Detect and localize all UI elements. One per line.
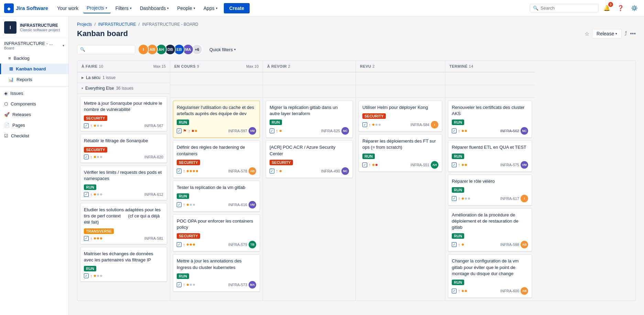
sidebar-item-kanban-board[interactable]: ⊞ Kanban board	[0, 64, 68, 74]
release-button[interactable]: Release ▾	[592, 29, 622, 38]
label-security: SECURITY	[362, 113, 386, 119]
label-security: SECURITY	[84, 147, 107, 153]
card-checkbox: ✓	[452, 196, 457, 201]
card-infra-612[interactable]: Vérifier les limits / requests des pods …	[80, 166, 167, 200]
col-header-todo: À FAIRE 10 Max 15	[77, 61, 170, 72]
card-avatar-i: I	[521, 195, 528, 202]
breadcrumb-infrastructure[interactable]: INFRASTRUCTURE	[98, 22, 136, 27]
pages-icon: 📄	[4, 123, 10, 128]
card-checkbox: ✓	[177, 242, 182, 247]
board-search-input[interactable]	[87, 47, 132, 52]
card-infra-597[interactable]: Régulariser l'utilisation du cache et de…	[173, 101, 260, 138]
notifications-button[interactable]: 🔔 3	[601, 3, 612, 14]
card-avatar-vm: VM	[521, 161, 528, 169]
card-checkbox: ✓	[362, 122, 367, 127]
nav-people[interactable]: People ▾	[174, 3, 199, 13]
group-la-secu[interactable]: ▶ La sécu 1 issue	[77, 72, 170, 83]
card-infra-578[interactable]: Définir des règles de hardening de conta…	[173, 140, 260, 178]
sidebar-project[interactable]: I INFRASTRUCTURE Classic software projec…	[0, 16, 68, 38]
priority-icon: ↑	[458, 288, 460, 293]
issues-icon: ◈	[4, 91, 8, 96]
label-run: RUN	[84, 184, 96, 190]
priority-icon: ↑	[90, 123, 92, 128]
card-title: Réparer les déploiements des FT sur ops …	[362, 138, 438, 150]
sidebar-item-releases[interactable]: 🚀 Releases	[0, 109, 68, 120]
label-transverse: TRANSVERSE	[84, 228, 114, 234]
card-infra-584[interactable]: Utiliser Helm pour déployer Kong SECURIT…	[359, 101, 442, 132]
sidebar-board-sub: Board	[4, 46, 53, 50]
avatar-i[interactable]: I	[138, 44, 149, 55]
nav-projects[interactable]: Projects ▾	[83, 3, 111, 13]
card-id: INFRA-625	[321, 129, 340, 133]
search-box[interactable]: 🔍	[530, 4, 599, 12]
help-button[interactable]: ❓	[615, 3, 626, 14]
sidebar-item-issues[interactable]: ◈ Issues	[0, 88, 68, 99]
nav-filters[interactable]: Filters ▾	[112, 3, 135, 13]
card-checkbox: ✓	[84, 192, 89, 197]
jira-logo[interactable]: Jira Software	[4, 3, 48, 13]
card-checkbox: ✓	[270, 128, 274, 133]
create-button[interactable]: Create	[224, 3, 250, 13]
sidebar-item-backlog[interactable]: ≡ Backlog	[0, 53, 68, 64]
card-title: Changer la configuration de la vm gitlab…	[452, 258, 528, 277]
col-todo-max: Max 15	[153, 64, 166, 68]
help-icon: ❓	[617, 5, 624, 11]
card-infra-617[interactable]: Réparer le rôle véléro RUN ✓ ↑	[448, 175, 532, 205]
card-infra-575[interactable]: Réparer fluentd ETL en QUA et TEST RUN ✓…	[448, 140, 532, 171]
card-title: Réparer le rôle véléro	[452, 178, 528, 184]
settings-button[interactable]: ⚙️	[629, 3, 640, 14]
priority-icon: ↑	[90, 155, 92, 160]
breadcrumb-projects[interactable]: Projects	[77, 22, 92, 27]
priority-icon: ↑	[183, 168, 185, 173]
card-infra-490[interactable]: [ACR] POC ACR / Azure Security Center SE…	[266, 140, 353, 178]
card-infra-551[interactable]: Réparer les déploiements des FT sur ops …	[359, 134, 442, 171]
card-avatar-vm: VM	[249, 127, 256, 135]
star-button[interactable]: ☆	[585, 31, 589, 37]
priority-icon: ↑	[458, 196, 460, 201]
card-checkbox: ✓	[452, 162, 457, 167]
card-title: Rétablir le filtrage de Sonarqube	[84, 138, 163, 144]
sidebar-item-pages[interactable]: 📄 Pages	[0, 120, 68, 131]
column-review: À REVOIR 2 Migrer la replication gitlab …	[263, 61, 356, 301]
nav-dashboards[interactable]: Dashboards ▾	[137, 3, 173, 13]
card-id: INFRA-584	[411, 123, 429, 127]
people-chevron-icon: ▾	[194, 7, 195, 10]
card-todo-5[interactable]: Maitriser les échanges de données avec l…	[80, 247, 167, 282]
search-input[interactable]	[541, 5, 592, 11]
share-button[interactable]: ⤴	[624, 31, 627, 37]
gear-icon: ⚙️	[631, 5, 638, 11]
notif-badge: 3	[608, 2, 613, 7]
card-id: INFRA-579	[228, 243, 247, 247]
card-infra-579[interactable]: POC OPA pour enforcer les containers pol…	[173, 214, 260, 251]
inprogress-cards: Régulariser l'utilisation du cache et de…	[170, 98, 263, 294]
column-reviewed: REVU 2 Utiliser Helm pour déployer Kong …	[356, 61, 445, 301]
card-checkbox: ✓	[270, 169, 274, 173]
card-infra-567[interactable]: Mettre à jour Sonarqube pour réduire le …	[80, 97, 167, 131]
card-infra-581[interactable]: Etudier les solutions adaptées pour les …	[80, 203, 167, 244]
card-avatar-nc: NC	[341, 167, 349, 175]
card-checkbox: ✓	[177, 169, 182, 173]
more-button[interactable]: •••	[630, 31, 636, 37]
card-checkbox: ✓	[452, 289, 457, 293]
nav-apps[interactable]: Apps ▾	[200, 3, 221, 13]
group-everything-else[interactable]: ▾ Everything Else 36 issues	[77, 83, 170, 94]
card-infra-616[interactable]: Tester la replication de la vm gitlab RU…	[173, 181, 260, 212]
col-header-reviewed: REVU 2	[356, 61, 445, 72]
nav-your-work[interactable]: Your work	[54, 3, 82, 13]
card-infra-598[interactable]: Amélioration de la procédure de déploiem…	[448, 208, 532, 252]
col-header-review: À REVOIR 2	[263, 61, 356, 72]
quick-filters-button[interactable]: Quick filters ▾	[205, 45, 240, 54]
board-search-box[interactable]: 🔍	[77, 45, 135, 54]
sidebar-board-section[interactable]: INFRASTRUCTURE - ... Board ▾	[0, 38, 68, 53]
card-infra-620[interactable]: Rétablir le filtrage de Sonarqube SECURI…	[80, 134, 167, 162]
label-run: RUN	[84, 266, 96, 271]
label-run: RUN	[452, 187, 464, 193]
card-infra-573[interactable]: Mettre à jour les annotations des Ingres…	[173, 254, 260, 291]
avatar-stack: I AB AH DB EB MA +6	[138, 44, 203, 55]
sidebar-item-components[interactable]: ⬡ Components	[0, 99, 68, 109]
sidebar-item-checklist[interactable]: ☑ Checklist	[0, 131, 68, 141]
card-infra-625[interactable]: Migrer la replication gitlab dans un aut…	[266, 101, 353, 138]
card-infra-562[interactable]: Renouveler les certificats des cluster A…	[448, 101, 532, 138]
card-infra-600[interactable]: Changer la configuration de la vm gitlab…	[448, 254, 532, 298]
sidebar-item-reports[interactable]: 📊 Reports	[0, 74, 68, 85]
